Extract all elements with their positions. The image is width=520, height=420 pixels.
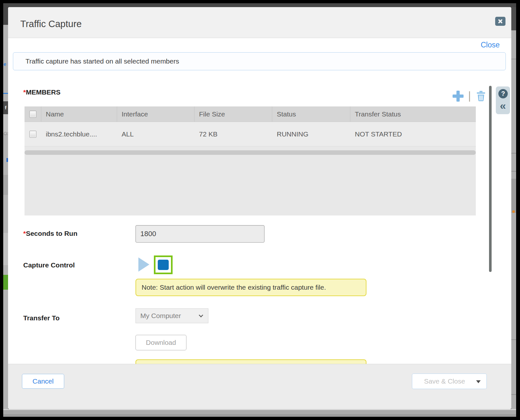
required-marker: *: [23, 88, 26, 96]
transfer-to-select[interactable]: My Computer: [135, 308, 208, 323]
close-icon[interactable]: [495, 17, 505, 26]
backdrop-blue-line: [3, 93, 8, 94]
backdrop-scrollbar-line: [511, 339, 516, 340]
column-header-interface: Interface: [117, 106, 195, 122]
backdrop-band: [3, 114, 8, 134]
transfer-to-value: My Computer: [140, 312, 181, 320]
cell-filesize: 72 KB: [195, 122, 272, 146]
column-header-filesize: File Size: [195, 106, 272, 122]
members-section-label: *MEMBERS: [23, 88, 61, 96]
side-help-panel: ? «: [496, 86, 510, 114]
backdrop-text-fragment: OS: [4, 131, 8, 136]
seconds-label-text: Seconds to Run: [26, 230, 77, 237]
capture-control-label: Capture Control: [23, 261, 75, 269]
members-label-text: MEMBERS: [26, 88, 60, 96]
double-chevron-left-icon[interactable]: «: [496, 99, 510, 112]
select-all-checkbox[interactable]: [29, 111, 36, 118]
seconds-to-run-label: *Seconds to Run: [23, 230, 77, 237]
backdrop-band: [3, 175, 8, 195]
column-header-name: Name: [41, 106, 117, 122]
stop-button-highlight[interactable]: [154, 255, 173, 274]
note-partial: [135, 359, 366, 364]
column-header-transfer-status: Transfer Status: [350, 106, 476, 122]
add-member-button[interactable]: [453, 91, 464, 102]
header-checkbox-cell: [25, 106, 41, 122]
dialog-footer: Cancel Save & Close: [8, 364, 511, 409]
table-header-row: Name Interface File Size Status Transfer…: [25, 106, 476, 122]
cell-status: RUNNING: [272, 122, 350, 146]
overwrite-note: Note: Start action will overwrite the ex…: [135, 279, 366, 296]
backdrop-bottom-strip: [3, 409, 516, 417]
table-gap: [25, 146, 476, 150]
backdrop-scrollbar-line: [511, 171, 516, 172]
close-link[interactable]: Close: [481, 41, 500, 49]
question-mark-icon[interactable]: ?: [498, 89, 508, 98]
overwrite-note-text: Note: Start action will overwrite the ex…: [142, 284, 326, 291]
backdrop-right-strip: [511, 7, 516, 417]
row-checkbox-cell: [25, 122, 41, 146]
table-row[interactable]: ibns2.techblue.... ALL 72 KB RUNNING NOT…: [25, 122, 476, 146]
cell-transfer-status: NOT STARTED: [350, 122, 476, 146]
backdrop-scrollbar-line: [511, 394, 516, 395]
stop-icon[interactable]: [158, 260, 169, 270]
required-marker: *: [23, 230, 26, 237]
caret-down-icon[interactable]: [476, 380, 481, 383]
cell-name: ibns2.techblue....: [41, 122, 117, 146]
column-header-status: Status: [272, 106, 350, 122]
transfer-to-label: Transfer To: [23, 314, 60, 322]
dialog-header: Traffic Capture: [8, 7, 511, 38]
save-close-label: Save & Close: [424, 377, 465, 385]
backdrop-top-strip: [3, 3, 516, 7]
trash-icon[interactable]: [476, 91, 485, 102]
seconds-to-run-input[interactable]: [135, 225, 265, 243]
backdrop-text-fragment: e l: [4, 61, 8, 67]
backdrop-left-strip: e l f OS: [3, 7, 8, 417]
traffic-capture-dialog: Traffic Capture Close Traffic capture ha…: [8, 7, 511, 409]
horizontal-scrollbar[interactable]: [25, 150, 476, 155]
members-table: Name Interface File Size Status Transfer…: [25, 106, 476, 215]
row-checkbox[interactable]: [29, 131, 36, 138]
toolbar-divider: [469, 91, 470, 102]
status-message-text: Traffic capture has started on all selec…: [25, 57, 179, 65]
play-icon[interactable]: [138, 257, 149, 272]
vertical-scrollbar[interactable]: [489, 86, 492, 272]
screen: e l f OS Traffic Capture Close Traffic c…: [0, 0, 520, 420]
backdrop-dark-header: [3, 7, 8, 25]
status-message-banner: Traffic capture has started on all selec…: [13, 52, 506, 70]
backdrop-orange-dot: [512, 210, 515, 213]
backdrop-scrollbar-line: [511, 59, 516, 59]
download-button[interactable]: Download: [135, 335, 186, 350]
backdrop-band: [3, 233, 8, 265]
backdrop-dark-header: [511, 7, 516, 30]
cell-interface: ALL: [117, 122, 195, 146]
backdrop-scrollbar-segment: [511, 179, 516, 213]
chevron-down-icon: [199, 313, 203, 317]
backdrop-badge: f: [3, 101, 8, 114]
dialog-title: Traffic Capture: [20, 19, 82, 29]
backdrop-scrollbar-line: [511, 153, 516, 154]
cancel-button[interactable]: Cancel: [22, 374, 64, 389]
save-close-button[interactable]: Save & Close: [412, 374, 487, 389]
backdrop-green-block: [3, 275, 8, 290]
